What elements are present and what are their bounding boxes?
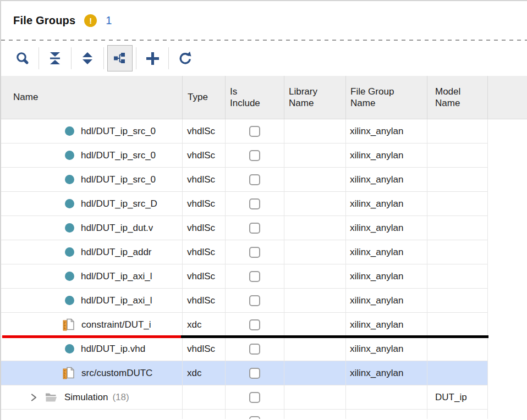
file-name: constraint/DUT_i — [81, 319, 151, 330]
vhdl-file-icon — [65, 223, 74, 233]
file-type: vhdlSc — [183, 119, 226, 143]
group-count: (18) — [112, 392, 129, 403]
toolbar — [1, 41, 527, 76]
is-include-checkbox[interactable] — [249, 198, 260, 209]
toolbar-divider — [168, 47, 169, 69]
vhdl-file-icon — [65, 175, 74, 184]
tree-view-button[interactable] — [107, 45, 133, 71]
column-header-filler — [488, 76, 527, 119]
file-group-name: xilinx_anylan — [346, 119, 427, 143]
library-name — [284, 361, 346, 385]
drop-indicator-red-line — [2, 335, 181, 338]
library-name — [284, 192, 346, 216]
file-name: hdl/DUT_ip_axi_l — [81, 271, 152, 282]
table-row[interactable]: hdl/DUT_ip_axi_l vhdlSc xilinx_anylan — [1, 264, 488, 289]
model-name — [427, 361, 488, 385]
vhdl-file-icon — [65, 199, 74, 208]
file-group-name — [346, 385, 427, 410]
table-row-selected[interactable]: src/customDUTC xdc xilinx_anylan — [1, 361, 488, 385]
file-type: vhdlSc — [183, 289, 226, 313]
library-name — [284, 337, 346, 361]
vhdl-file-icon — [65, 344, 74, 353]
vhdl-file-icon — [65, 126, 74, 136]
file-name: hdl/DUT_ip_src_D — [81, 198, 157, 209]
folder-icon — [45, 392, 58, 402]
table-row[interactable]: constraint/DUT_i xdc xilinx_anylan — [1, 313, 488, 337]
model-name — [427, 119, 488, 143]
model-name: DUT_ip — [427, 385, 488, 410]
refresh-button[interactable] — [172, 45, 197, 71]
table-row-group[interactable]: Simulation (18) DUT_ip — [1, 385, 488, 410]
library-name — [284, 119, 346, 143]
table-row[interactable] — [1, 410, 488, 419]
table-row[interactable]: hdl/DUT_ip_src_0 vhdlSc xilinx_anylan — [1, 119, 488, 143]
refresh-icon — [178, 51, 193, 66]
file-name: hdl/DUT_ip_axi_l — [81, 295, 152, 306]
table-row[interactable]: hdl/DUT_ip_axi_l vhdlSc xilinx_anylan — [1, 289, 488, 313]
vhdl-file-icon — [65, 247, 74, 257]
expand-all-button[interactable] — [75, 45, 100, 71]
file-group-name — [346, 410, 427, 419]
file-type: vhdlSc — [183, 143, 226, 168]
add-icon — [145, 51, 160, 66]
file-type — [183, 410, 226, 419]
file-name: hdl/DUT_ip.vhd — [81, 344, 145, 355]
is-include-checkbox[interactable] — [249, 223, 260, 234]
library-name — [284, 289, 346, 313]
file-groups-panel: File Groups ! 1 — [0, 0, 527, 420]
model-name — [427, 143, 488, 168]
column-header-file-group-name[interactable]: File Group Name — [346, 76, 427, 119]
library-name — [284, 240, 346, 264]
file-name: hdl/DUT_ip_src_0 — [81, 126, 156, 137]
toolbar-divider — [71, 47, 72, 69]
is-include-checkbox[interactable] — [249, 271, 260, 282]
toolbar-divider — [39, 47, 39, 69]
table-row[interactable]: hdl/DUT_ip_src_0 vhdlSc xilinx_anylan — [1, 143, 488, 168]
is-include-checkbox[interactable] — [249, 344, 260, 355]
file-name: src/customDUTC — [81, 368, 152, 379]
is-include-checkbox[interactable] — [249, 126, 260, 137]
chevron-right-icon[interactable] — [29, 393, 39, 402]
is-include-checkbox[interactable] — [249, 295, 260, 306]
column-header-type[interactable]: Type — [183, 76, 226, 119]
file-group-name: xilinx_anylan — [346, 143, 427, 168]
search-icon — [15, 51, 30, 66]
file-type: vhdlSc — [183, 168, 226, 192]
file-type: xdc — [183, 313, 226, 337]
table-row[interactable]: hdl/DUT_ip_addr vhdlSc xilinx_anylan — [1, 240, 488, 264]
library-name — [284, 410, 346, 419]
toolbar-divider — [136, 47, 136, 69]
is-include-checkbox[interactable] — [249, 392, 260, 403]
table-row[interactable]: hdl/DUT_ip_dut.v vhdlSc xilinx_anylan — [1, 216, 488, 240]
collapse-all-button[interactable] — [42, 45, 68, 71]
table-row[interactable]: hdl/DUT_ip_src_D vhdlSc xilinx_anylan — [1, 192, 488, 216]
file-group-name: xilinx_anylan — [346, 216, 427, 240]
expand-all-icon — [80, 51, 95, 65]
add-button[interactable] — [140, 45, 165, 71]
file-type: vhdlSc — [183, 240, 226, 264]
search-button[interactable] — [10, 45, 35, 71]
is-include-checkbox[interactable] — [249, 174, 260, 185]
is-include-checkbox[interactable] — [249, 319, 260, 330]
is-include-checkbox[interactable] — [249, 368, 260, 379]
library-name — [284, 385, 346, 410]
column-header-is-include[interactable]: Is Include — [226, 76, 284, 119]
model-name — [427, 216, 488, 240]
table-row[interactable]: hdl/DUT_ip_src_0 vhdlSc xilinx_anylan — [1, 168, 488, 192]
column-header-model-name[interactable]: Model Name — [427, 76, 488, 119]
is-include-checkbox[interactable] — [249, 247, 260, 258]
model-name — [427, 168, 488, 192]
file-type: vhdlSc — [183, 192, 226, 216]
column-header-name[interactable]: Name — [1, 76, 183, 119]
table-row[interactable]: hdl/DUT_ip.vhd vhdlSc xilinx_anylan — [1, 337, 488, 361]
warning-count: 1 — [106, 14, 112, 27]
file-group-name: xilinx_anylan — [346, 289, 427, 313]
model-name — [427, 337, 488, 361]
file-type: xdc — [183, 361, 226, 385]
is-include-checkbox[interactable] — [249, 150, 260, 161]
file-group-name: xilinx_anylan — [346, 192, 427, 216]
column-header-library-name[interactable]: Library Name — [284, 76, 346, 119]
model-name — [427, 410, 488, 419]
file-group-name: xilinx_anylan — [346, 361, 427, 385]
is-include-checkbox[interactable] — [249, 416, 260, 419]
